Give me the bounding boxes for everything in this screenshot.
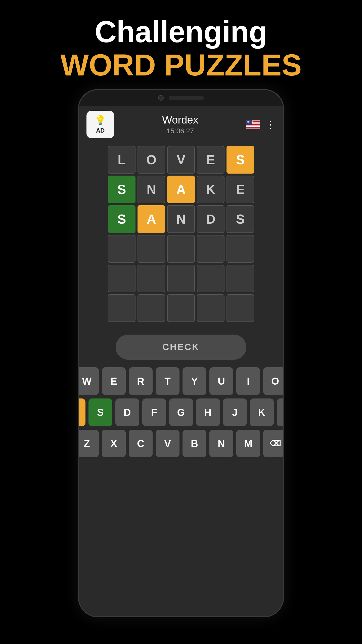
key-a[interactable]: A — [78, 398, 85, 426]
cell-r2-c4: S — [227, 205, 254, 233]
keyboard: QWERTYUIOP ASDFGHJKL ZXCVBNM⌫ — [79, 367, 283, 457]
headline-line2: WORD PUZZLES — [60, 48, 302, 82]
key-i[interactable]: I — [236, 367, 260, 395]
svg-rect-11 — [246, 128, 260, 129]
key-backspace[interactable]: ⌫ — [263, 430, 284, 457]
headline-area: Challenging WORD PUZZLES — [60, 0, 302, 82]
key-r[interactable]: R — [129, 367, 153, 395]
cell-r1-c1: N — [138, 176, 165, 203]
phone-frame: 💡 AD Wordex 15:06:27 — [78, 89, 284, 617]
cell-r5-c2 — [167, 294, 195, 322]
cell-r3-c1 — [138, 235, 165, 263]
phone-camera — [158, 95, 164, 101]
cell-r4-c4 — [227, 265, 254, 292]
cell-r3-c4 — [227, 235, 254, 263]
svg-rect-8 — [246, 126, 260, 126]
key-v[interactable]: V — [156, 430, 179, 457]
cell-r0-c0: L — [108, 146, 135, 174]
cell-r0-c4: S — [227, 146, 254, 174]
keyboard-row-1: QWERTYUIOP — [78, 367, 284, 395]
cell-r1-c4: E — [227, 176, 254, 203]
header-icons: ★ ★ ★ ★ ★ ★ ★ ★ ★ ★ ★ ★ ★ ★ ★ ★ ★ ⋮ — [246, 120, 276, 129]
cell-r4-c1 — [138, 265, 165, 292]
key-m[interactable]: M — [236, 430, 260, 457]
key-l[interactable]: L — [277, 398, 284, 426]
cell-r0-c1: O — [138, 146, 165, 174]
key-n[interactable]: N — [209, 430, 233, 457]
key-u[interactable]: U — [209, 367, 233, 395]
key-j[interactable]: J — [223, 398, 247, 426]
cell-r2-c1: A — [138, 205, 165, 233]
headline-line1: Challenging — [60, 15, 302, 48]
key-d[interactable]: D — [115, 398, 139, 426]
cell-r0-c2: V — [167, 146, 195, 174]
key-h[interactable]: H — [196, 398, 220, 426]
cell-r0-c3: E — [197, 146, 224, 174]
key-f[interactable]: F — [142, 398, 166, 426]
cell-r4-c3 — [197, 265, 224, 292]
check-button[interactable]: CHECK — [116, 335, 246, 360]
phone-speaker — [169, 96, 204, 100]
key-t[interactable]: T — [156, 367, 179, 395]
svg-text:★ ★ ★ ★ ★ ★: ★ ★ ★ ★ ★ ★ — [247, 123, 254, 125]
game-grid: LOVESSNAKESANDS — [108, 146, 254, 322]
cell-r1-c3: K — [197, 176, 224, 203]
cell-r3-c3 — [197, 235, 224, 263]
key-x[interactable]: X — [102, 430, 126, 457]
app-content: 💡 AD Wordex 15:06:27 — [79, 106, 283, 616]
bulb-icon: 💡 — [95, 115, 106, 126]
svg-rect-9 — [246, 126, 260, 127]
key-b[interactable]: B — [183, 430, 206, 457]
app-title: Wordex — [114, 114, 246, 126]
svg-rect-12 — [246, 129, 260, 129]
ad-label: AD — [96, 127, 105, 134]
key-e[interactable]: E — [102, 367, 126, 395]
app-header: 💡 AD Wordex 15:06:27 — [79, 106, 283, 143]
flag-icon: ★ ★ ★ ★ ★ ★ ★ ★ ★ ★ ★ ★ ★ ★ ★ ★ ★ — [246, 120, 260, 129]
app-title-area: Wordex 15:06:27 — [114, 114, 246, 135]
cell-r1-c0: S — [108, 176, 135, 203]
key-z[interactable]: Z — [78, 430, 99, 457]
cell-r4-c0 — [108, 265, 135, 292]
key-k[interactable]: K — [250, 398, 274, 426]
cell-r3-c0 — [108, 235, 135, 263]
keyboard-row-3: ZXCVBNM⌫ — [78, 430, 284, 457]
key-y[interactable]: Y — [183, 367, 206, 395]
cell-r2-c3: D — [197, 205, 224, 233]
cell-r5-c0 — [108, 294, 135, 322]
key-w[interactable]: W — [78, 367, 99, 395]
cell-r3-c2 — [167, 235, 195, 263]
app-timer: 15:06:27 — [114, 127, 246, 135]
key-g[interactable]: G — [169, 398, 193, 426]
cell-r1-c2: A — [167, 176, 195, 203]
cell-r5-c3 — [197, 294, 224, 322]
svg-rect-10 — [246, 127, 260, 128]
key-c[interactable]: C — [129, 430, 153, 457]
cell-r2-c0: S — [108, 205, 135, 233]
cell-r5-c4 — [227, 294, 254, 322]
ad-button[interactable]: 💡 AD — [86, 111, 114, 138]
cell-r5-c1 — [138, 294, 165, 322]
svg-rect-7 — [246, 125, 260, 126]
key-s[interactable]: S — [88, 398, 112, 426]
phone-top — [79, 90, 283, 103]
keyboard-row-2: ASDFGHJKL — [78, 398, 284, 426]
cell-r4-c2 — [167, 265, 195, 292]
key-o[interactable]: O — [263, 367, 284, 395]
menu-icon[interactable]: ⋮ — [265, 122, 276, 128]
cell-r2-c2: N — [167, 205, 195, 233]
